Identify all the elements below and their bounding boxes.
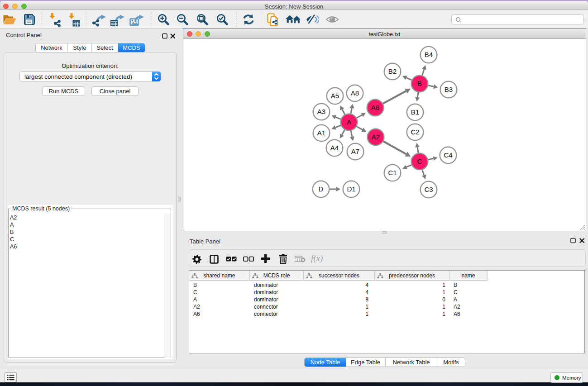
svg-text:B: B (417, 80, 422, 87)
svg-text:A5: A5 (331, 92, 339, 100)
svg-text:A3: A3 (317, 108, 325, 115)
svg-text:A4: A4 (330, 144, 339, 152)
svg-text:B2: B2 (388, 67, 397, 75)
svg-text:A6: A6 (371, 104, 379, 111)
svg-text:C3: C3 (424, 186, 433, 193)
svg-text:C2: C2 (411, 128, 419, 136)
svg-text:B3: B3 (445, 86, 453, 93)
svg-text:B4: B4 (425, 51, 433, 58)
svg-text:C1: C1 (388, 169, 397, 176)
svg-text:A7: A7 (351, 148, 359, 155)
svg-text:A8: A8 (351, 89, 359, 97)
svg-text:D1: D1 (347, 185, 355, 193)
svg-text:A2: A2 (372, 133, 380, 141)
svg-text:A: A (347, 118, 351, 126)
svg-text:C: C (417, 157, 422, 165)
svg-text:A1: A1 (317, 129, 325, 137)
svg-text:D: D (319, 185, 324, 193)
svg-text:C4: C4 (444, 151, 452, 159)
svg-text:B1: B1 (411, 108, 419, 116)
